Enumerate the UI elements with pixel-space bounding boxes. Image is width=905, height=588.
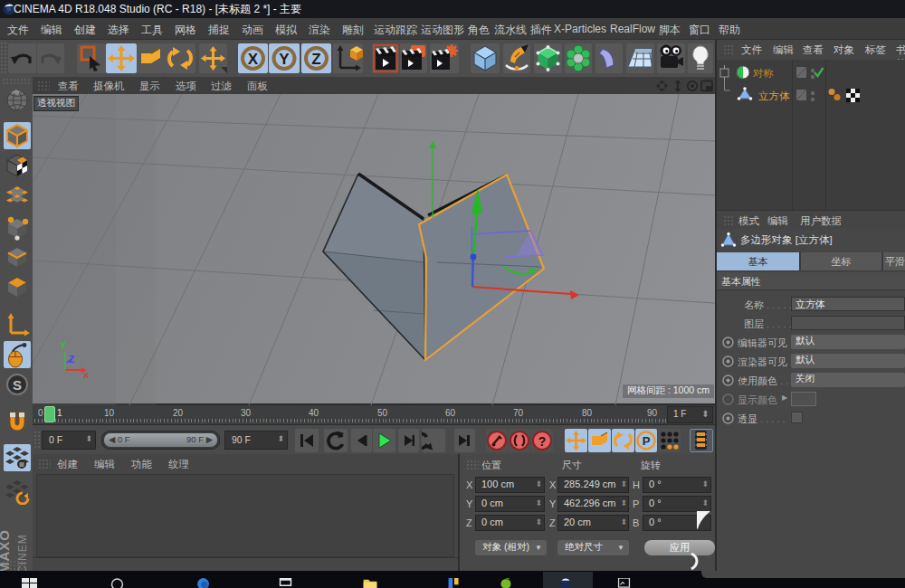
svg-text:Y: Y	[279, 51, 290, 68]
svg-text:Y: Y	[60, 341, 66, 351]
svg-text:?: ?	[538, 434, 547, 449]
svg-text:Z: Z	[69, 355, 74, 365]
svg-text:S: S	[13, 377, 22, 393]
svg-text:P: P	[643, 434, 651, 448]
svg-text:X: X	[83, 371, 89, 380]
svg-text:对称: 对称	[752, 68, 774, 79]
svg-text:X: X	[248, 51, 259, 68]
svg-text:立方体: 立方体	[758, 90, 790, 101]
svg-text:Z: Z	[311, 51, 320, 68]
